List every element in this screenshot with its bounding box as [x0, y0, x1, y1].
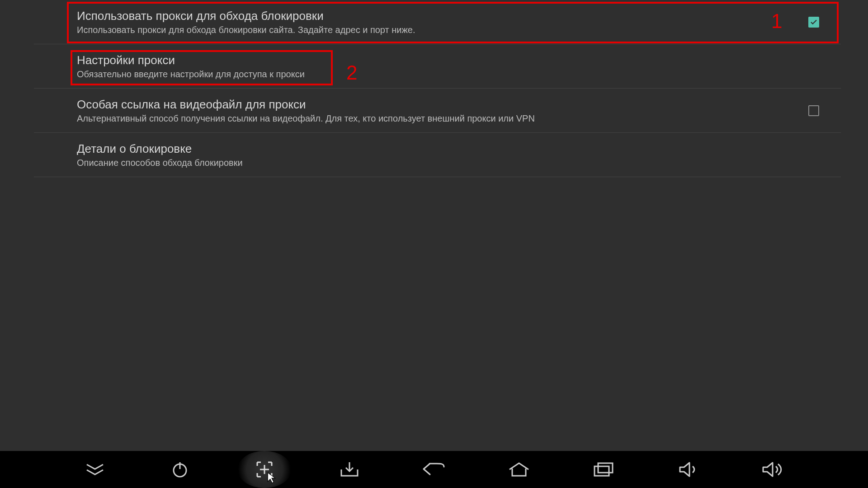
setting-row-proxy-settings[interactable]: Настройки прокси Обязательно введите нас… — [34, 44, 841, 89]
setting-subtitle: Альтернативный способ получения ссылки н… — [77, 113, 778, 124]
setting-texts: Настройки прокси Обязательно введите нас… — [77, 52, 778, 80]
svg-rect-5 — [598, 463, 613, 473]
checkbox-use-proxy[interactable] — [808, 17, 819, 28]
setting-texts: Детали о блокировке Описание способов об… — [77, 141, 778, 169]
setting-texts: Особая ссылка на видеофайл для прокси Ал… — [77, 97, 778, 124]
setting-subtitle: Описание способов обхода блокировки — [77, 157, 778, 169]
volume-up-icon — [762, 462, 784, 477]
nav-volume-up-button[interactable] — [746, 451, 800, 488]
volume-down-icon — [679, 462, 698, 477]
back-icon — [422, 462, 446, 477]
download-icon — [340, 461, 359, 478]
nav-volume-down-button[interactable] — [661, 451, 716, 488]
settings-list: Использовать прокси для обхода блокировк… — [34, 0, 841, 177]
nav-download-button[interactable] — [322, 451, 377, 488]
setting-row-special-link[interactable]: Особая ссылка на видеофайл для прокси Ал… — [34, 89, 841, 133]
cursor-icon — [267, 472, 277, 483]
setting-subtitle: Использовать прокси для обхода блокировк… — [77, 24, 778, 36]
nav-power-button[interactable] — [153, 451, 207, 488]
checkbox-special-link[interactable] — [808, 105, 819, 116]
svg-rect-4 — [594, 466, 609, 476]
nav-recents-button[interactable] — [576, 451, 631, 488]
nav-back-button[interactable] — [407, 451, 461, 488]
check-icon — [810, 18, 818, 26]
setting-title: Детали о блокировке — [77, 141, 778, 156]
collapse-icon — [85, 463, 105, 476]
nav-home-button[interactable] — [492, 451, 546, 488]
nav-crosshair-button[interactable] — [237, 451, 292, 488]
home-icon — [508, 462, 530, 477]
nav-collapse-button[interactable] — [68, 451, 122, 488]
setting-texts: Использовать прокси для обхода блокировк… — [77, 8, 778, 36]
recents-icon — [593, 462, 614, 477]
power-icon — [171, 461, 189, 478]
setting-row-block-details[interactable]: Детали о блокировке Описание способов об… — [34, 133, 841, 177]
setting-row-use-proxy[interactable]: Использовать прокси для обхода блокировк… — [34, 0, 841, 44]
setting-title: Использовать прокси для обхода блокировк… — [77, 8, 778, 23]
setting-title: Особая ссылка на видеофайл для прокси — [77, 97, 778, 112]
setting-subtitle: Обязательно введите настройки для доступ… — [77, 68, 778, 80]
navigation-bar — [0, 451, 868, 488]
setting-title: Настройки прокси — [77, 52, 778, 67]
